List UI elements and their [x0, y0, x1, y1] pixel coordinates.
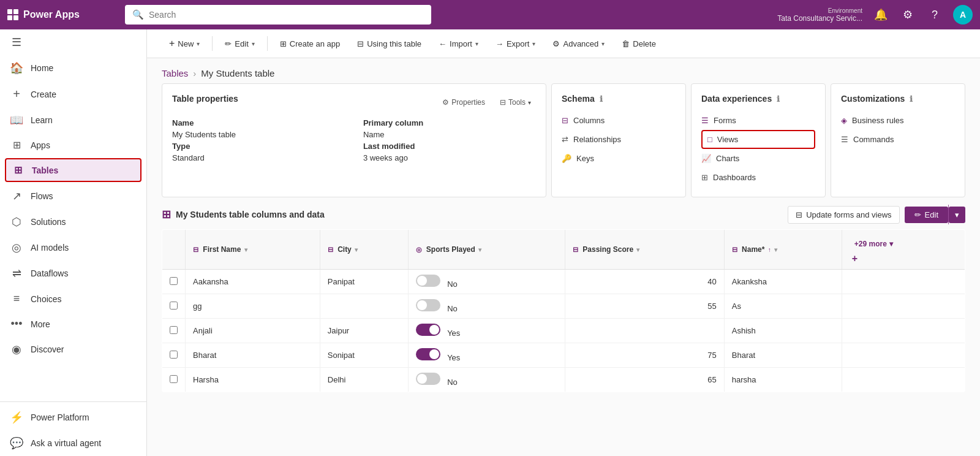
schema-relationships-item[interactable]: ⇄ Relationships	[562, 130, 676, 149]
sidebar-item-discover[interactable]: ◉ Discover	[0, 336, 146, 362]
row-check-1[interactable]	[162, 294, 186, 319]
last-modified-label: Last modified	[363, 142, 536, 151]
sidebar-item-ask-agent[interactable]: 💬 Ask a virtual agent	[0, 430, 146, 456]
tools-button[interactable]: ⊟ Tools ▾	[495, 96, 536, 109]
custom-commands-item[interactable]: ☰ Commands	[841, 130, 955, 149]
properties-button[interactable]: ⚙ Properties	[437, 96, 490, 109]
sidebar-item-tables[interactable]: ⊞ Tables	[5, 158, 141, 182]
type-value: Standard	[172, 153, 349, 162]
update-forms-views-button[interactable]: ⊟ Update forms and views	[788, 206, 899, 224]
edit-button[interactable]: ✏ Edit ▾	[217, 36, 262, 52]
using-table-label: Using this table	[367, 39, 421, 48]
cell-name-3: Bharat	[724, 343, 842, 368]
toggle-2[interactable]	[416, 324, 440, 336]
schema-info-icon[interactable]: ℹ	[600, 94, 603, 104]
students-data-table: ⊟ First Name ▾ ⊟ City ▾ ◎ Sports Played	[162, 229, 965, 392]
choices-icon: ≡	[10, 292, 23, 305]
delete-button[interactable]: 🗑 Delete	[614, 36, 663, 52]
create-app-button[interactable]: ⊞ Create an app	[273, 36, 347, 52]
sidebar-item-flows[interactable]: ↗ Flows	[0, 183, 146, 209]
col-sports-played[interactable]: ◎ Sports Played ▾	[408, 230, 565, 270]
score-col-label: Passing Score	[582, 245, 633, 254]
advanced-button[interactable]: ⚙ Advanced ▾	[545, 36, 612, 52]
more-columns-btn[interactable]: +29 more ▾	[850, 235, 957, 253]
schema-keys-item[interactable]: 🔑 Keys	[562, 149, 676, 168]
data-section-actions: ⊟ Update forms and views ✏ Edit ▾	[788, 205, 965, 224]
tables-icon: ⊞	[11, 164, 24, 176]
table-edit-button[interactable]: ✏ Edit	[905, 207, 948, 223]
sidebar: ☰ 🏠 Home + Create 📖 Learn ⊞ Apps ⊞ Table…	[0, 29, 147, 456]
col-name[interactable]: ⊟ Name* ↑ ▾	[724, 230, 842, 270]
import-button[interactable]: ← Import ▾	[431, 36, 486, 52]
schema-label: Schema	[562, 94, 595, 104]
first-name-col-label: First Name	[203, 245, 241, 254]
sidebar-item-choices[interactable]: ≡ Choices	[0, 286, 146, 311]
row-check-4[interactable]	[162, 368, 186, 392]
app-logo[interactable]: Power Apps	[7, 9, 118, 20]
custom-business-rules-item[interactable]: ◈ Business rules	[841, 111, 955, 130]
add-column-icon[interactable]: +	[852, 253, 858, 264]
col-passing-score[interactable]: ⊟ Passing Score ▾	[565, 230, 725, 270]
panels-row: Table properties ⚙ Properties ⊟ Tools ▾	[147, 83, 980, 205]
sidebar-item-power-platform[interactable]: ⚡ Power Platform	[0, 405, 146, 430]
col-first-name[interactable]: ⊟ First Name ▾	[186, 230, 320, 270]
city-sort-icon[interactable]: ▾	[355, 246, 358, 253]
toggle-1[interactable]	[416, 299, 440, 311]
help-icon[interactable]: ?	[926, 6, 943, 23]
settings-icon[interactable]: ⚙	[899, 6, 916, 23]
data-exp-views-item[interactable]: □ Views	[701, 130, 815, 149]
name-sort-icon[interactable]: ▾	[774, 246, 777, 253]
row-check-3[interactable]	[162, 343, 186, 368]
toggle-0[interactable]	[416, 275, 440, 287]
more-icon: •••	[10, 317, 23, 330]
col-city[interactable]: ⊟ City ▾	[320, 230, 408, 270]
customizations-info-icon[interactable]: ℹ	[910, 94, 913, 104]
toggle-3[interactable]	[416, 348, 440, 360]
search-input[interactable]	[149, 10, 424, 20]
update-forms-label: Update forms and views	[806, 210, 891, 219]
sidebar-item-dataflows[interactable]: ⇌ Dataflows	[0, 260, 146, 286]
edit-btn-icon: ✏	[914, 210, 921, 219]
row-check-2[interactable]	[162, 319, 186, 343]
using-table-button[interactable]: ⊟ Using this table	[350, 36, 429, 52]
sidebar-item-apps[interactable]: ⊞ Apps	[0, 133, 146, 157]
col-more[interactable]: +29 more ▾ +	[842, 230, 965, 270]
sidebar-label-create: Create	[31, 89, 56, 99]
sidebar-item-create[interactable]: + Create	[0, 81, 146, 107]
first-name-sort-icon[interactable]: ▾	[244, 246, 247, 253]
export-chevron-icon: ▾	[532, 40, 535, 47]
cell-sports-3: Yes	[408, 343, 565, 368]
toggle-4[interactable]	[416, 373, 440, 385]
dataflows-icon: ⇌	[10, 267, 23, 280]
score-sort-icon[interactable]: ▾	[636, 246, 639, 253]
avatar[interactable]: A	[953, 5, 973, 25]
sidebar-item-ai-models[interactable]: ◎ AI models	[0, 235, 146, 260]
customizations-label: Customizations	[841, 94, 905, 104]
cell-name-2: Ashish	[724, 319, 842, 343]
breadcrumb-current: My Students table	[201, 68, 274, 78]
sidebar-item-home[interactable]: 🏠 Home	[0, 55, 146, 81]
sports-sort-icon[interactable]: ▾	[478, 246, 481, 253]
cell-city-0: Panipat	[320, 270, 408, 294]
cell-sports-1: No	[408, 294, 565, 319]
sports-col-icon: ◎	[416, 246, 422, 253]
data-exp-dashboards-item[interactable]: ⊞ Dashboards	[701, 168, 815, 187]
search-bar[interactable]: 🔍	[125, 5, 431, 25]
table-row: Bharat Sonipat Yes 75 Bharat	[162, 343, 965, 368]
data-experiences-info-icon[interactable]: ℹ	[777, 94, 780, 104]
breadcrumb-tables-link[interactable]: Tables	[162, 68, 188, 78]
new-button[interactable]: + New ▾	[162, 34, 207, 53]
table-body: Aakansha Panipat No 40 Akanksha gg No 55…	[162, 270, 965, 392]
type-label: Type	[172, 142, 349, 151]
export-button[interactable]: → Export ▾	[488, 36, 543, 52]
sidebar-item-more[interactable]: ••• More	[0, 311, 146, 336]
sidebar-item-solutions[interactable]: ⬡ Solutions	[0, 209, 146, 235]
notification-icon[interactable]: 🔔	[872, 6, 889, 23]
sidebar-collapse-btn[interactable]: ☰	[0, 29, 146, 55]
data-exp-charts-item[interactable]: 📈 Charts	[701, 149, 815, 168]
schema-columns-item[interactable]: ⊟ Columns	[562, 111, 676, 130]
edit-dropdown-button[interactable]: ▾	[949, 207, 965, 223]
data-exp-forms-item[interactable]: ☰ Forms	[701, 111, 815, 130]
row-check-0[interactable]	[162, 270, 186, 294]
sidebar-item-learn[interactable]: 📖 Learn	[0, 107, 146, 133]
